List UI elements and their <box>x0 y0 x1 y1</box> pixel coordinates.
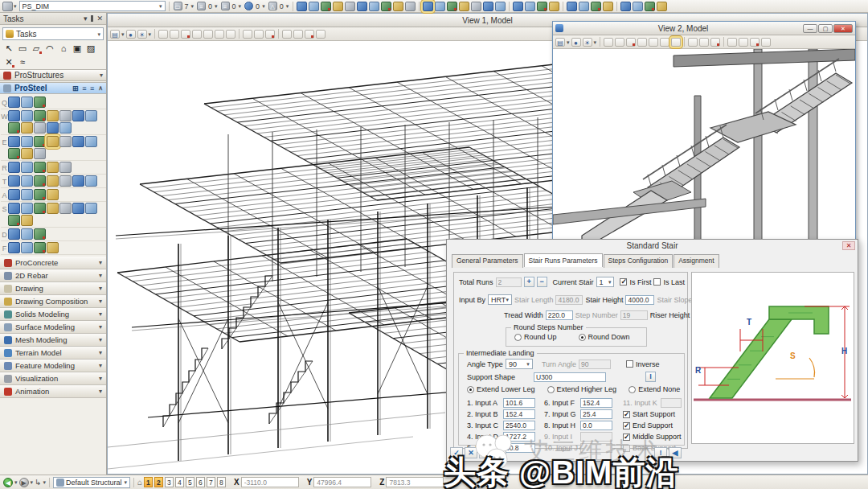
tool-icon[interactable] <box>72 136 84 147</box>
tool-icon[interactable] <box>761 38 771 47</box>
undo-icon[interactable]: ◀ <box>3 478 13 487</box>
close-icon[interactable]: ✕ <box>842 241 855 250</box>
tool-icon[interactable] <box>710 38 720 47</box>
sidebar-section-feature-modeling[interactable]: Feature Modeling▾ <box>0 360 106 372</box>
view2-canvas[interactable] <box>553 49 855 240</box>
close-icon[interactable]: ✕ <box>833 24 853 33</box>
tool-icon[interactable] <box>739 38 748 47</box>
back-arrow-icon[interactable]: ◀ <box>669 447 682 458</box>
tool-icon[interactable] <box>47 175 59 187</box>
tool-icon[interactable] <box>21 162 33 173</box>
tool-icon[interactable] <box>293 30 303 39</box>
tool-icon[interactable] <box>8 110 20 121</box>
beam-section-icon[interactable]: I <box>645 372 656 382</box>
tool-icon[interactable] <box>72 110 84 121</box>
tread-width-field[interactable] <box>546 310 573 320</box>
tool-icon[interactable] <box>447 2 457 11</box>
tool-icon[interactable] <box>47 162 59 173</box>
tool-icon[interactable] <box>699 38 709 47</box>
tasks-panel-titlebar[interactable]: Tasks ▾ ✕ <box>0 13 106 25</box>
view-toggle-6[interactable]: 6 <box>196 477 205 487</box>
tool-icon[interactable] <box>435 2 445 11</box>
tool-icon[interactable] <box>305 30 314 39</box>
cancel-icon[interactable]: ✕ <box>465 447 477 458</box>
input-f-field[interactable] <box>580 398 612 408</box>
tool-icon[interactable] <box>59 162 72 173</box>
lighting-icon[interactable]: ☀ <box>137 30 147 39</box>
level-combo[interactable]: PS_DIM ▾ <box>19 1 166 11</box>
tool-icon[interactable] <box>333 2 343 11</box>
round-down-radio[interactable] <box>579 334 586 341</box>
tool-icon[interactable] <box>21 175 33 187</box>
tool-icon[interactable] <box>633 2 643 11</box>
tool-icon[interactable] <box>567 2 577 11</box>
tool-icon[interactable] <box>8 203 20 214</box>
active-workspace-button[interactable]: ▾ <box>2 1 18 12</box>
tool-icon[interactable] <box>727 38 737 47</box>
round-up-radio[interactable] <box>514 334 522 341</box>
tool-icon[interactable] <box>47 110 59 121</box>
section-prostructures[interactable]: ProStructures ▾ <box>0 69 106 81</box>
render-mode-icon[interactable]: ● <box>126 30 136 39</box>
tool-icon[interactable] <box>34 110 46 121</box>
tool-icon[interactable] <box>657 2 667 11</box>
render-mode-icon[interactable]: ● <box>571 38 581 47</box>
tool-icon[interactable] <box>243 30 252 39</box>
tool-icon[interactable] <box>369 2 379 11</box>
tool-icon[interactable] <box>688 38 698 47</box>
tool-icon[interactable] <box>345 2 355 11</box>
support-shape-field[interactable] <box>534 372 606 382</box>
tool-icon[interactable] <box>637 38 647 47</box>
sidebar-section-solids-modeling[interactable]: Solids Modeling▾ <box>0 308 106 321</box>
tool-icon[interactable] <box>21 203 33 214</box>
tool-icon[interactable] <box>47 242 59 253</box>
z-coordinate-value[interactable]: 7813.3 <box>386 477 444 487</box>
tool-icon[interactable] <box>34 189 46 200</box>
sidebar-section-animation[interactable]: Animation▾ <box>0 385 106 398</box>
minimize-icon[interactable]: — <box>803 24 817 33</box>
tool-icon[interactable] <box>59 136 72 147</box>
tool-icon[interactable] <box>495 2 506 11</box>
tool-icon[interactable] <box>645 2 655 11</box>
close-icon[interactable]: ✕ <box>96 14 103 23</box>
tool-icon[interactable]: ▭ <box>17 43 28 54</box>
tool-icon[interactable] <box>525 2 535 11</box>
middle-support-checkbox[interactable] <box>623 434 630 441</box>
tool-icon[interactable] <box>8 97 20 108</box>
tool-icon[interactable] <box>297 2 307 11</box>
sidebar-section-visualization[interactable]: Visualization▾ <box>0 372 106 385</box>
tool-icon[interactable] <box>620 2 631 11</box>
tool-icon[interactable] <box>34 175 46 187</box>
tool-icon[interactable] <box>750 38 760 47</box>
tool-icon[interactable] <box>8 175 20 187</box>
tool-icon[interactable] <box>8 215 20 226</box>
tool-icon[interactable]: ◠ <box>44 43 55 54</box>
tool-icon[interactable] <box>660 38 669 47</box>
section-prosteel[interactable]: ProSteel ⊞ ≡ ≡ ∧ <box>0 82 106 94</box>
chevron-down-icon[interactable]: ▾ <box>84 14 88 23</box>
inverse-checkbox[interactable] <box>626 360 633 368</box>
tool-icon[interactable] <box>604 38 613 47</box>
input-b-field[interactable] <box>503 409 535 419</box>
view-toggle-5[interactable]: 5 <box>186 477 194 487</box>
add-run-button[interactable]: + <box>524 277 534 287</box>
input-d-field[interactable] <box>503 432 535 442</box>
tool-icon[interactable] <box>158 30 168 39</box>
tool-icon[interactable] <box>282 30 292 39</box>
tool-icon[interactable] <box>72 175 84 187</box>
tool-icon[interactable] <box>21 122 33 134</box>
tool-icon[interactable] <box>181 30 190 39</box>
tab-steps-configuration[interactable]: Steps Configuration <box>604 254 674 268</box>
sidebar-section-drawing-composition[interactable]: Drawing Composition▾ <box>0 295 106 308</box>
tool-icon[interactable] <box>34 148 46 159</box>
tool-icon[interactable]: ⌂ <box>58 43 69 54</box>
tool-icon[interactable]: ✕ <box>3 56 14 68</box>
line-weight-dropdown[interactable]: ≡0▾ <box>220 1 243 12</box>
tool-icon[interactable] <box>8 242 20 253</box>
tool-icon[interactable] <box>72 203 84 214</box>
extend-higher-leg-radio[interactable] <box>547 386 555 393</box>
tool-icon[interactable] <box>21 110 33 121</box>
tasks-combo[interactable]: Tasks ▾ <box>2 27 104 40</box>
tool-icon[interactable] <box>170 30 179 39</box>
tool-icon[interactable] <box>59 122 72 134</box>
